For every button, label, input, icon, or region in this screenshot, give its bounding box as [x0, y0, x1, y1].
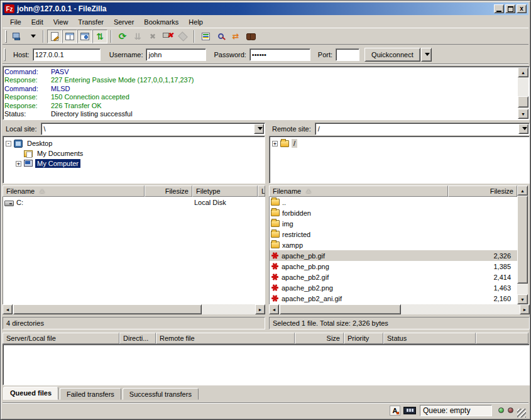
log-scrollbar[interactable]: ▲ ▼: [518, 67, 528, 119]
data-type-indicator-icon[interactable]: A: [390, 406, 400, 416]
tree-item-my-computer[interactable]: + My Computer: [6, 158, 265, 169]
transfer-queue-icon: ⇅: [96, 32, 104, 41]
expand-icon[interactable]: +: [16, 161, 21, 167]
filter-button[interactable]: [198, 30, 213, 43]
filezilla-window: Fz john@127.0.0.1 - FileZilla x File Edi…: [0, 0, 531, 420]
file-row-selected[interactable]: apache_pb.gif 2,326: [270, 250, 517, 261]
log-scrollbar-thumb[interactable]: [518, 96, 528, 108]
disconnect-button[interactable]: ✖: [160, 30, 175, 43]
scroll-left-icon[interactable]: ◄: [3, 304, 13, 314]
synchronized-browsing-button[interactable]: ⇄: [228, 30, 243, 43]
tab-successful-transfers[interactable]: Successful transfers: [123, 388, 199, 400]
directory-comparison-button[interactable]: [213, 30, 228, 43]
file-row[interactable]: apache_pb2.png 1,463: [270, 282, 517, 293]
site-manager-button[interactable]: [9, 30, 25, 43]
reconnect-button[interactable]: [175, 30, 190, 43]
scrollbar-thumb[interactable]: [13, 304, 202, 314]
toggle-local-tree-button[interactable]: [62, 30, 77, 43]
menu-server[interactable]: Server: [109, 17, 139, 27]
file-row[interactable]: apache_pb2_ani.gif 2,160: [270, 293, 517, 304]
scroll-up-icon[interactable]: ▲: [518, 67, 528, 77]
toggle-message-log-button[interactable]: [47, 30, 62, 43]
combo-dropdown-button[interactable]: [254, 124, 264, 134]
port-label: Port:: [318, 51, 332, 58]
scroll-down-icon[interactable]: ▼: [518, 109, 528, 119]
menu-view[interactable]: View: [48, 17, 74, 27]
file-row[interactable]: xampp: [270, 240, 517, 250]
tree-item-desktop[interactable]: - Desktop: [6, 138, 265, 148]
speed-limit-icon[interactable]: [403, 407, 416, 414]
remote-site-path: /: [318, 125, 320, 133]
scroll-right-icon[interactable]: ►: [520, 304, 530, 314]
cancel-operation-button[interactable]: ✖: [145, 30, 160, 43]
find-files-button[interactable]: [243, 30, 258, 43]
file-row[interactable]: ..: [270, 197, 517, 207]
scrollbar-thumb[interactable]: [280, 304, 401, 314]
quickconnect-gripper[interactable]: [4, 48, 6, 61]
tree-item-my-documents[interactable]: My Documents: [6, 148, 265, 158]
synchronized-browsing-icon: ⇄: [233, 32, 239, 40]
file-row[interactable]: apache_pb2.gif 2,414: [270, 272, 517, 282]
menu-transfer[interactable]: Transfer: [73, 17, 109, 27]
remote-vertical-scrollbar[interactable]: ▲ ▼: [517, 185, 528, 304]
file-row[interactable]: img: [270, 218, 517, 229]
username-input[interactable]: [146, 48, 206, 61]
log-line: Command:PASV: [4, 68, 517, 76]
column-header-filesize[interactable]: Filesize: [448, 185, 517, 197]
expand-icon[interactable]: +: [272, 141, 278, 146]
queue-list[interactable]: [3, 344, 530, 385]
quickconnect-button[interactable]: Quickconnect: [364, 48, 420, 62]
combo-dropdown-button[interactable]: [518, 124, 528, 134]
column-header-size[interactable]: Size: [295, 333, 344, 344]
process-queue-button[interactable]: ⇊: [130, 30, 145, 43]
toolbar: ⇅ ⟳ ⇊ ✖ ✖ ⇄: [3, 28, 528, 45]
minimize-button[interactable]: [494, 4, 504, 13]
file-row[interactable]: apache_pb.png 1,385: [270, 261, 517, 272]
scroll-up-icon[interactable]: ▲: [517, 185, 528, 196]
maximize-button[interactable]: [505, 4, 515, 13]
column-header-filename[interactable]: Filename: [3, 185, 145, 197]
collapse-icon[interactable]: -: [6, 141, 11, 146]
column-header-priority[interactable]: Priority: [344, 333, 383, 344]
tab-queued-files[interactable]: Queued files: [3, 387, 58, 400]
toggle-transfer-queue-button[interactable]: ⇅: [92, 30, 107, 43]
local-site-combo[interactable]: \: [41, 123, 265, 135]
column-header-filename[interactable]: Filename: [269, 185, 448, 197]
scrollbar-thumb[interactable]: [517, 196, 528, 284]
file-row-c-drive[interactable]: C: Local Disk: [3, 197, 265, 207]
site-manager-dropdown[interactable]: [25, 30, 40, 43]
file-row[interactable]: forbidden: [270, 207, 517, 218]
column-header-filesize[interactable]: Filesize: [145, 185, 192, 197]
resize-grip[interactable]: [517, 409, 526, 417]
menu-help[interactable]: Help: [183, 17, 208, 27]
menu-bookmarks[interactable]: Bookmarks: [139, 17, 183, 27]
scroll-down-icon[interactable]: ▼: [517, 294, 528, 304]
tab-failed-transfers[interactable]: Failed transfers: [60, 388, 121, 400]
refresh-button[interactable]: ⟳: [115, 30, 130, 43]
local-horizontal-scrollbar[interactable]: ◄ ►: [3, 304, 265, 314]
scroll-left-icon[interactable]: ◄: [269, 304, 279, 314]
close-button[interactable]: x: [517, 4, 527, 13]
column-header-direction[interactable]: Directi...: [119, 333, 156, 344]
column-header-server-local-file[interactable]: Server/Local file: [3, 333, 119, 344]
file-row[interactable]: restricted: [270, 229, 517, 240]
my-computer-icon: [24, 160, 33, 167]
toolbar-gripper[interactable]: [5, 30, 7, 43]
column-header-remote-file[interactable]: Remote file: [156, 333, 295, 344]
menu-file[interactable]: File: [5, 17, 26, 27]
toggle-remote-tree-button[interactable]: [77, 30, 92, 43]
menu-edit[interactable]: Edit: [26, 17, 48, 27]
column-header-lastmodified[interactable]: L: [258, 185, 265, 197]
image-file-icon: [271, 251, 279, 260]
port-input[interactable]: [336, 48, 359, 61]
host-input[interactable]: [33, 48, 101, 61]
column-header-filetype[interactable]: Filetype: [192, 185, 258, 197]
quickconnect-dropdown[interactable]: [421, 48, 432, 62]
tree-item-root[interactable]: + /: [272, 138, 529, 148]
title-bar[interactable]: Fz john@127.0.0.1 - FileZilla x: [3, 3, 528, 15]
scroll-right-icon[interactable]: ►: [255, 304, 265, 314]
remote-horizontal-scrollbar[interactable]: ◄ ►: [269, 304, 530, 314]
remote-site-combo[interactable]: /: [315, 123, 530, 135]
column-header-status[interactable]: Status: [383, 333, 476, 344]
password-input[interactable]: [249, 48, 310, 61]
